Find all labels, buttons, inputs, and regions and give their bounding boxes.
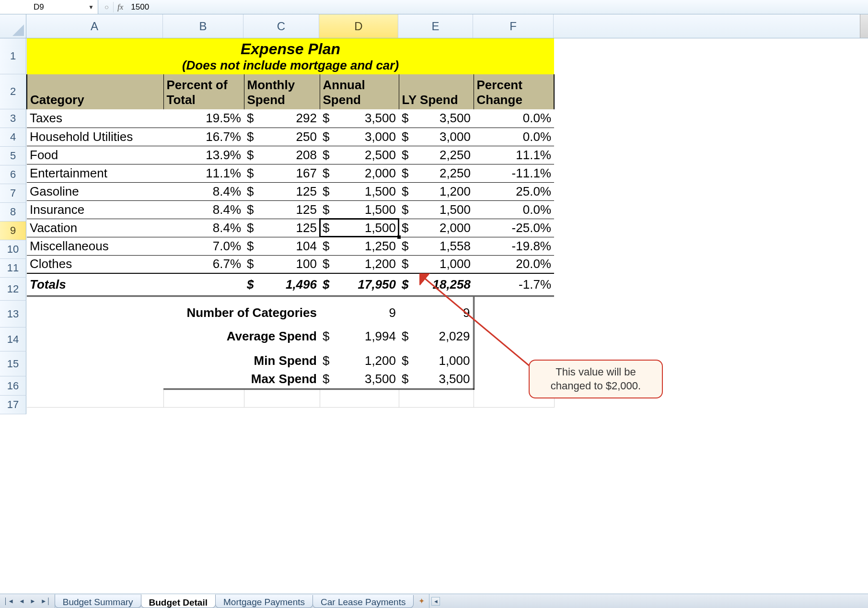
cell-e7[interactable]: $1,200	[399, 182, 474, 200]
cell-d3[interactable]: $3,500	[320, 109, 399, 128]
cell-a6[interactable]: Entertainment	[27, 164, 163, 182]
summary-max-e[interactable]: $3,500	[399, 370, 474, 389]
cell-c10[interactable]: $104	[244, 237, 320, 255]
col-header-c[interactable]: C	[243, 14, 319, 38]
col-header-b[interactable]: B	[163, 14, 243, 38]
cell-f14[interactable]	[474, 322, 554, 346]
cell-c9[interactable]: $125	[244, 219, 320, 237]
cell-b17[interactable]	[163, 389, 244, 407]
cell-a10[interactable]: Miscellaneous	[27, 237, 163, 255]
cell-d17[interactable]	[320, 389, 399, 407]
col-header-e[interactable]: E	[398, 14, 473, 38]
summary-avg-d[interactable]: $1,994	[320, 322, 399, 346]
cell-f13[interactable]	[474, 296, 554, 322]
tab-car-lease-payments[interactable]: Car Lease Payments	[312, 595, 414, 608]
cell-f11[interactable]: 20.0%	[474, 255, 554, 273]
totals-d[interactable]: $17,950	[320, 273, 399, 296]
horizontal-scrollbar[interactable]: ◄	[429, 594, 868, 608]
cell-c3[interactable]: $292	[244, 109, 320, 128]
summary-min-label[interactable]: Min Spend	[163, 346, 320, 370]
summary-numcat-d[interactable]: 9	[320, 296, 399, 322]
cell-b9[interactable]: 8.4%	[163, 219, 244, 237]
cell-c5[interactable]: $208	[244, 146, 320, 164]
row-header-11[interactable]: 11	[0, 259, 26, 278]
select-all-corner[interactable]	[0, 14, 26, 38]
hdr-monthly[interactable]: Monthly Spend	[244, 74, 320, 109]
cell-a14[interactable]	[27, 322, 163, 346]
cell-e8[interactable]: $1,500	[399, 200, 474, 219]
hdr-ly[interactable]: LY Spend	[399, 74, 474, 109]
cell-e3[interactable]: $3,500	[399, 109, 474, 128]
row-header-15[interactable]: 15	[0, 351, 26, 376]
dropdown-icon[interactable]: ▼	[88, 4, 94, 11]
hdr-pchange[interactable]: Percent Change	[474, 74, 554, 109]
cell-a15[interactable]	[27, 346, 163, 370]
cell-c6[interactable]: $167	[244, 164, 320, 182]
row-header-3[interactable]: 3	[0, 109, 26, 128]
tab-nav-prev-icon[interactable]: ◄	[18, 597, 26, 605]
cell-a5[interactable]: Food	[27, 146, 163, 164]
row-header-13[interactable]: 13	[0, 301, 26, 327]
spreadsheet-cells[interactable]: Expense Plan (Does not include mortgage …	[26, 38, 868, 414]
tab-budget-summary[interactable]: Budget Summary	[55, 595, 141, 608]
formula-input[interactable]: 1500	[125, 2, 149, 12]
cell-a13[interactable]	[27, 296, 163, 322]
hscroll-left-icon[interactable]: ◄	[431, 597, 440, 606]
row-header-17[interactable]: 17	[0, 396, 26, 414]
row-header-12[interactable]: 12	[0, 278, 26, 301]
row-header-8[interactable]: 8	[0, 203, 26, 222]
cell-b7[interactable]: 8.4%	[163, 182, 244, 200]
cell-b8[interactable]: 8.4%	[163, 200, 244, 219]
cell-e5[interactable]: $2,250	[399, 146, 474, 164]
cell-c7[interactable]: $125	[244, 182, 320, 200]
cell-b10[interactable]: 7.0%	[163, 237, 244, 255]
cell-d8[interactable]: $1,500	[320, 200, 399, 219]
summary-min-d[interactable]: $1,200	[320, 346, 399, 370]
insert-sheet-icon[interactable]: ✦	[414, 594, 429, 608]
cell-a16[interactable]	[27, 370, 163, 389]
cell-d5[interactable]: $2,500	[320, 146, 399, 164]
totals-f[interactable]: -1.7%	[474, 273, 554, 296]
cell-e6[interactable]: $2,250	[399, 164, 474, 182]
tab-budget-detail[interactable]: Budget Detail	[141, 594, 216, 608]
cell-b3[interactable]: 19.5%	[163, 109, 244, 128]
summary-numcat-label[interactable]: Number of Categories	[163, 296, 320, 322]
cell-e10[interactable]: $1,558	[399, 237, 474, 255]
cell-a17[interactable]	[27, 389, 163, 407]
summary-avg-label[interactable]: Average Spend	[163, 322, 320, 346]
row-header-10[interactable]: 10	[0, 240, 26, 259]
col-header-d[interactable]: D	[319, 14, 398, 38]
tab-nav-next-icon[interactable]: ►	[29, 597, 37, 605]
cell-a3[interactable]: Taxes	[27, 109, 163, 128]
cell-d9[interactable]: $1,500	[320, 219, 399, 237]
totals-e[interactable]: $18,258	[399, 273, 474, 296]
cell-d11[interactable]: $1,200	[320, 255, 399, 273]
hdr-annual[interactable]: Annual Spend	[320, 74, 399, 109]
summary-max-d[interactable]: $3,500	[320, 370, 399, 389]
tab-nav-last-icon[interactable]: ►│	[40, 597, 52, 605]
row-header-6[interactable]: 6	[0, 165, 26, 184]
summary-avg-e[interactable]: $2,029	[399, 322, 474, 346]
cell-f4[interactable]: 0.0%	[474, 128, 554, 146]
fx-icon[interactable]: fx	[117, 2, 123, 12]
cell-e9[interactable]: $2,000	[399, 219, 474, 237]
cell-c11[interactable]: $100	[244, 255, 320, 273]
title-cell[interactable]: Expense Plan (Does not include mortgage …	[27, 38, 554, 74]
cell-d6[interactable]: $2,000	[320, 164, 399, 182]
cell-b11[interactable]: 6.7%	[163, 255, 244, 273]
cell-a8[interactable]: Insurance	[27, 200, 163, 219]
cell-e11[interactable]: $1,000	[399, 255, 474, 273]
hdr-category[interactable]: Category	[27, 74, 163, 109]
cell-e17[interactable]	[399, 389, 474, 407]
cell-c17[interactable]	[244, 389, 320, 407]
vertical-scrollbar[interactable]	[860, 14, 868, 38]
col-header-a[interactable]: A	[26, 14, 163, 38]
name-box[interactable]: D9 ▼	[0, 0, 98, 14]
cell-c8[interactable]: $125	[244, 200, 320, 219]
cell-b5[interactable]: 13.9%	[163, 146, 244, 164]
tab-mortgage-payments[interactable]: Mortgage Payments	[215, 595, 313, 608]
row-header-1[interactable]: 1	[0, 38, 26, 74]
cell-f8[interactable]: 0.0%	[474, 200, 554, 219]
cell-b4[interactable]: 16.7%	[163, 128, 244, 146]
cell-a7[interactable]: Gasoline	[27, 182, 163, 200]
